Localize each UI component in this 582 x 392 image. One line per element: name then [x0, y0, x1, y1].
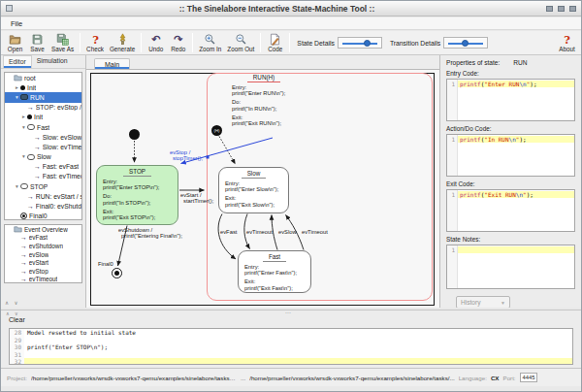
- transition-details-slider[interactable]: [443, 37, 488, 49]
- toolbar-button-code[interactable]: Code: [264, 31, 286, 54]
- code-line[interactable]: printf("Enter RUN\n");: [458, 81, 574, 87]
- tree-item-init[interactable]: ▸Init: [5, 113, 81, 122]
- transition-label-evtimeout2[interactable]: evTimeout: [302, 229, 328, 235]
- tree-item-fast-evfast[interactable]: →Fast: evFast: [5, 162, 81, 172]
- slider-thumb[interactable]: [462, 40, 469, 47]
- floppy-icon: [30, 32, 45, 46]
- transition-label-line: evFast: [220, 229, 237, 235]
- tree-item-slow-evtimeout[interactable]: →Slow: evTimeout: [5, 142, 81, 151]
- code-area[interactable]: printf("Enter RUN\n");: [458, 80, 574, 120]
- toolbar-button-open[interactable]: Open: [4, 31, 26, 54]
- line-number-gutter: 1: [447, 190, 458, 231]
- tree-item-fast-evtimeout[interactable]: →Fast: evTimeout: [5, 172, 81, 181]
- model-tree[interactable]: root▸Init▾RUN→STOP: evStop / stop▸Init▾F…: [4, 72, 82, 220]
- code-area[interactable]: printf("In RUN\n");: [458, 135, 574, 176]
- tree-item-slow[interactable]: ▾Slow: [5, 152, 81, 162]
- transition-label-evfast[interactable]: evFast: [220, 229, 237, 235]
- tree-item-evslow[interactable]: →evSlow: [5, 250, 81, 259]
- properties-header-label: Properties of state:: [446, 59, 500, 66]
- toolbar-button-zoom-in[interactable]: Zoom In: [196, 31, 224, 54]
- splitter-collapse-icons[interactable]: ∧ ∨: [5, 300, 20, 306]
- toolbar-button-zoom-out[interactable]: Zoom Out: [224, 31, 257, 54]
- state-fast[interactable]: FastEntry:printf("Enter Fast\n");Exit:pr…: [238, 250, 311, 293]
- transition-label-line: startTimer();: [183, 198, 213, 204]
- tab-editor[interactable]: Editor: [3, 55, 32, 68]
- transition-label-evstart[interactable]: evStart /startTimer();: [180, 192, 213, 204]
- toolbar-button-save-as[interactable]: Save As: [48, 31, 77, 54]
- toolbar-button-undo[interactable]: ↶Undo: [145, 31, 167, 54]
- tree-expander-icon[interactable]: ▸: [20, 114, 27, 120]
- statusbar: Project: /home/pmueller/vxworks/wrsdk-vx…: [1, 368, 581, 386]
- final-state-marker[interactable]: [112, 268, 122, 278]
- tab-main[interactable]: Main: [94, 58, 130, 69]
- code-line[interactable]: printf("Exit RUN\n");: [458, 191, 574, 198]
- initial-state-dot[interactable]: [129, 129, 140, 140]
- splitter-handle[interactable]: ...: [285, 308, 291, 314]
- code-line[interactable]: printf("In RUN\n");: [458, 136, 574, 143]
- tree-item-event-overview[interactable]: Event Overview: [5, 225, 81, 234]
- code-editor-entry-code[interactable]: 1printf("Enter RUN\n");: [446, 79, 575, 121]
- transition-label-evstop[interactable]: evStop /stopTimer();: [170, 149, 203, 161]
- tree-expander-icon[interactable]: ▾: [20, 153, 27, 160]
- action-line: printf("In RUN\n");: [232, 106, 432, 112]
- tree-expander-icon[interactable]: ▸: [14, 84, 20, 91]
- code-area[interactable]: printf("Exit RUN\n");: [458, 190, 574, 231]
- history-state-dot[interactable]: (H): [211, 125, 222, 136]
- tree-item-evstart[interactable]: →evStart: [5, 258, 81, 267]
- tree-item-run[interactable]: ▾RUN: [5, 92, 81, 102]
- tree-expander-icon[interactable]: ▾: [20, 124, 27, 131]
- toolbar-button-generate[interactable]: Generate: [107, 31, 138, 54]
- slider-thumb[interactable]: [364, 40, 371, 47]
- toolbar-button-about[interactable]: ? About: [556, 31, 578, 54]
- clear-button[interactable]: Clear: [9, 316, 25, 323]
- notes-line[interactable]: [458, 246, 574, 253]
- slider-track: [342, 43, 377, 45]
- tab-simulation[interactable]: Simulation: [32, 55, 73, 68]
- tree-item-slow-evslow[interactable]: →Slow: evSlow: [5, 132, 81, 142]
- tree-item-evfast[interactable]: →evFast: [5, 234, 81, 243]
- state-stop[interactable]: STOPEntry:printf("Enter STOP\n");Do:prin…: [96, 165, 178, 225]
- code-editor-exit-code[interactable]: 1printf("Exit RUN\n");: [446, 189, 575, 232]
- console-output[interactable]: 28Model resetted to initial state2930pri…: [9, 328, 573, 365]
- tree-item-stop[interactable]: ▾STOP: [5, 181, 81, 191]
- tree-item-root[interactable]: root: [5, 73, 81, 82]
- diagram-canvas[interactable]: (H) RUN(H)Entry:printf("Enter RUN\n");Do…: [86, 70, 439, 308]
- tree-item-final0-evshutdown[interactable]: →Final0: evShutdown: [5, 201, 81, 211]
- state-slow[interactable]: SlowEntry:printf("Enter Slow\n");Exit:pr…: [218, 167, 289, 213]
- minimize-button[interactable]: [546, 6, 553, 12]
- transition-label-evtimeout1[interactable]: evTimeout: [246, 229, 273, 235]
- maximize-button[interactable]: [558, 6, 565, 12]
- menu-file[interactable]: File: [8, 19, 25, 28]
- tree-item-run-evstart-start[interactable]: →RUN: evStart / start: [5, 191, 81, 201]
- notes-code-area[interactable]: [458, 245, 574, 288]
- state-name: STOP: [123, 168, 151, 177]
- tree-item-evstop[interactable]: →evStop: [5, 267, 81, 276]
- history-dropdown[interactable]: History ▼: [456, 296, 510, 308]
- state-notes-editor[interactable]: 1: [446, 245, 575, 289]
- toolbar-button-save[interactable]: Save: [26, 31, 48, 54]
- transition-label-final0[interactable]: Final0: [98, 261, 113, 267]
- svg-text:?: ?: [92, 33, 99, 46]
- state-icon: [27, 124, 35, 130]
- transition-label-evslow[interactable]: evSlow: [278, 229, 297, 235]
- tree-expander-icon[interactable]: ▾: [14, 94, 20, 101]
- toolbar-button-label: Open: [8, 46, 22, 53]
- tree-expander-icon[interactable]: ▾: [14, 183, 20, 190]
- tree-item-evshutdown[interactable]: →evShutdown: [5, 242, 81, 250]
- transition-label-evshutdown[interactable]: evShutdown /printf("Entering Final\n");: [118, 227, 182, 239]
- port-input[interactable]: 4445: [520, 373, 538, 382]
- toolbar-button-check[interactable]: ?Check: [83, 31, 107, 54]
- close-button[interactable]: [569, 6, 576, 12]
- tree-item-fast[interactable]: ▾Fast: [5, 122, 81, 132]
- tree-item-init[interactable]: ▸Init: [5, 82, 81, 92]
- toolbar-button-redo[interactable]: ↷Redo: [167, 31, 189, 54]
- tree-item-final0[interactable]: Final0: [5, 212, 81, 220]
- code-editor-action-do-code[interactable]: 1printf("In RUN\n");: [446, 134, 575, 177]
- tree-item-evtimeout[interactable]: →evTimeout: [5, 276, 81, 283]
- state-details-slider[interactable]: [338, 37, 382, 49]
- event-overview-tree[interactable]: Event Overview→evFast→evShutdown→evSlow→…: [4, 224, 82, 283]
- tree-item-stop-evstop-stop[interactable]: →STOP: evStop / stop: [5, 103, 81, 113]
- state-title: RUN(H): [227, 74, 301, 82]
- transition-label-line: evSlow: [278, 229, 297, 235]
- transition-label-line: evTimeout: [302, 229, 328, 235]
